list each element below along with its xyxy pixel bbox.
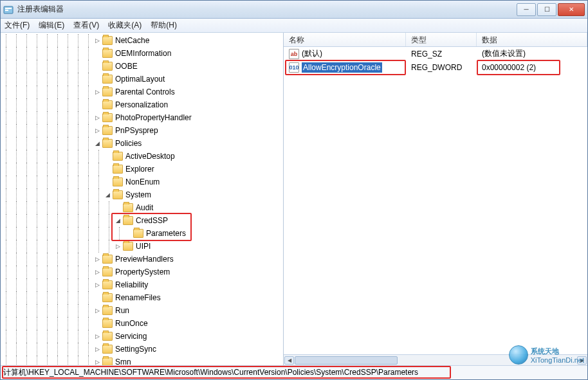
no-expander xyxy=(93,50,101,57)
folder-icon xyxy=(102,113,113,122)
value-name: (默认) xyxy=(302,48,322,59)
menu-help[interactable]: 帮助(H) xyxy=(151,20,177,31)
menu-favorites[interactable]: 收藏夹(A) xyxy=(108,20,142,31)
tree-item-uipi[interactable]: ▷UIPI xyxy=(1,240,283,253)
tree-label: Reliability xyxy=(115,280,148,289)
tree-item-oeminformation[interactable]: OEMInformation xyxy=(1,47,283,60)
tree-item-pnpsysprep[interactable]: ▷PnPSysprep xyxy=(1,124,283,137)
tree-label: RunOnce xyxy=(115,319,148,328)
expand-icon[interactable]: ▷ xyxy=(93,255,101,263)
collapse-icon[interactable]: ◢ xyxy=(104,191,111,199)
col-name-header[interactable]: 名称 xyxy=(284,33,406,46)
tree-label: RenameFiles xyxy=(115,293,161,302)
watermark-text: 系统天地 XiTongTianDi.net xyxy=(531,347,584,364)
tree-label: Smn xyxy=(115,357,131,365)
tree-scroll[interactable]: ▷NetCacheOEMInformationOOBEOptimalLayout… xyxy=(1,33,283,365)
tree-label: Run xyxy=(115,306,129,315)
folder-icon xyxy=(102,319,113,328)
tree-item-run[interactable]: ▷Run xyxy=(1,304,283,317)
expand-icon[interactable]: ▷ xyxy=(93,127,101,134)
tree-item-explorer[interactable]: Explorer xyxy=(1,163,283,176)
list-header[interactable]: 名称 类型 数据 xyxy=(284,33,587,47)
col-type-header[interactable]: 类型 xyxy=(406,33,477,46)
collapse-icon[interactable]: ◢ xyxy=(114,217,122,224)
tree-item-parameters[interactable]: Parameters xyxy=(1,227,283,240)
tree-item-credssp[interactable]: ◢CredSSP xyxy=(1,214,283,227)
folder-icon xyxy=(113,165,123,174)
hscroll-left-arrow[interactable]: ◀ xyxy=(284,356,294,365)
tree-item-policies[interactable]: ◢Policies xyxy=(1,137,283,150)
menu-edit[interactable]: 编辑(E) xyxy=(39,20,64,31)
tree-item-nonenum[interactable]: NonEnum xyxy=(1,176,283,188)
tree-item-servicing[interactable]: ▷Servicing xyxy=(1,330,283,343)
folder-icon xyxy=(113,190,123,199)
list-row[interactable]: 010AllowEncryptionOracleREG_DWORD0x00000… xyxy=(284,60,587,74)
menu-view[interactable]: 查看(V) xyxy=(73,20,99,31)
tree-label: ActiveDesktop xyxy=(125,152,175,161)
tree-item-reliability[interactable]: ▷Reliability xyxy=(1,278,283,291)
tree-item-smn[interactable]: ▷Smn xyxy=(1,356,283,365)
no-expander xyxy=(93,62,101,70)
expand-icon[interactable]: ▷ xyxy=(93,88,101,96)
expand-icon[interactable]: ▷ xyxy=(93,114,101,122)
list-body[interactable]: ab(默认)REG_SZ(数值未设置)010AllowEncryptionOra… xyxy=(284,47,587,354)
folder-icon xyxy=(102,62,113,71)
tree-item-photopropertyhandler[interactable]: ▷PhotoPropertyHandler xyxy=(1,111,283,124)
menubar: 文件(F) 编辑(E) 查看(V) 收藏夹(A) 帮助(H) xyxy=(1,19,587,33)
tree-item-audit[interactable]: Audit xyxy=(1,201,283,214)
tree-item-runonce[interactable]: RunOnce xyxy=(1,317,283,330)
titlebar[interactable]: 注册表编辑器 ─ ☐ ✕ xyxy=(1,1,587,19)
globe-icon xyxy=(509,345,528,365)
no-expander xyxy=(104,178,111,186)
tree-view[interactable]: ▷NetCacheOEMInformationOOBEOptimalLayout… xyxy=(1,33,283,365)
folder-icon xyxy=(102,345,113,354)
close-button[interactable]: ✕ xyxy=(558,3,585,16)
tree-label: Audit xyxy=(136,203,153,212)
folder-icon xyxy=(113,152,123,161)
maximize-button[interactable]: ☐ xyxy=(537,3,556,16)
tree-label: PhotoPropertyHandler xyxy=(115,113,192,122)
folder-icon xyxy=(123,203,133,212)
folder-icon xyxy=(102,126,113,135)
tree-item-previewhandlers[interactable]: ▷PreviewHandlers xyxy=(1,253,283,266)
menu-file[interactable]: 文件(F) xyxy=(5,20,30,31)
expand-icon[interactable]: ▷ xyxy=(93,332,101,340)
tree-item-propertysystem[interactable]: ▷PropertySystem xyxy=(1,266,283,278)
folder-icon xyxy=(102,100,113,109)
minimize-button[interactable]: ─ xyxy=(517,3,536,16)
expand-icon[interactable]: ▷ xyxy=(93,281,101,289)
value-type: REG_SZ xyxy=(406,50,477,59)
folder-icon xyxy=(102,36,113,45)
expand-icon[interactable]: ▷ xyxy=(93,345,101,353)
expand-icon[interactable]: ▷ xyxy=(93,307,101,314)
expand-icon[interactable]: ▷ xyxy=(114,242,122,250)
value-data: (数值未设置) xyxy=(477,48,587,59)
tree-item-netcache[interactable]: ▷NetCache xyxy=(1,34,283,47)
dword-value-icon: 010 xyxy=(289,62,299,73)
expand-icon[interactable]: ▷ xyxy=(93,358,101,365)
hscroll-thumb[interactable] xyxy=(295,356,398,365)
folder-icon xyxy=(133,229,143,238)
expand-icon[interactable]: ▷ xyxy=(93,37,101,44)
value-name: AllowEncryptionOracle xyxy=(302,62,382,73)
tree-item-oobe[interactable]: OOBE xyxy=(1,60,283,73)
tree-item-system[interactable]: ◢System xyxy=(1,188,283,201)
tree-item-renamefiles[interactable]: RenameFiles xyxy=(1,291,283,304)
no-expander xyxy=(93,320,101,327)
tree-label: PnPSysprep xyxy=(115,126,158,135)
list-row[interactable]: ab(默认)REG_SZ(数值未设置) xyxy=(284,47,587,60)
registry-editor-window: 注册表编辑器 ─ ☐ ✕ 文件(F) 编辑(E) 查看(V) 收藏夹(A) 帮助… xyxy=(0,0,588,380)
col-data-header[interactable]: 数据 xyxy=(477,33,587,46)
tree-item-optimallayout[interactable]: OptimalLayout xyxy=(1,73,283,86)
tree-item-parental-controls[interactable]: ▷Parental Controls xyxy=(1,86,283,98)
value-data: 0x00000002 (2) xyxy=(477,63,587,72)
collapse-icon[interactable]: ◢ xyxy=(93,140,101,147)
expand-icon[interactable]: ▷ xyxy=(93,268,101,276)
tree-item-activedesktop[interactable]: ActiveDesktop xyxy=(1,150,283,163)
tree-label: NonEnum xyxy=(125,177,160,186)
tree-item-personalization[interactable]: Personalization xyxy=(1,98,283,111)
tree-label: Servicing xyxy=(115,332,147,341)
tree-item-settingsync[interactable]: ▷SettingSync xyxy=(1,343,283,356)
folder-icon xyxy=(123,242,133,251)
tree-pane: ▷NetCacheOEMInformationOOBEOptimalLayout… xyxy=(1,33,284,365)
